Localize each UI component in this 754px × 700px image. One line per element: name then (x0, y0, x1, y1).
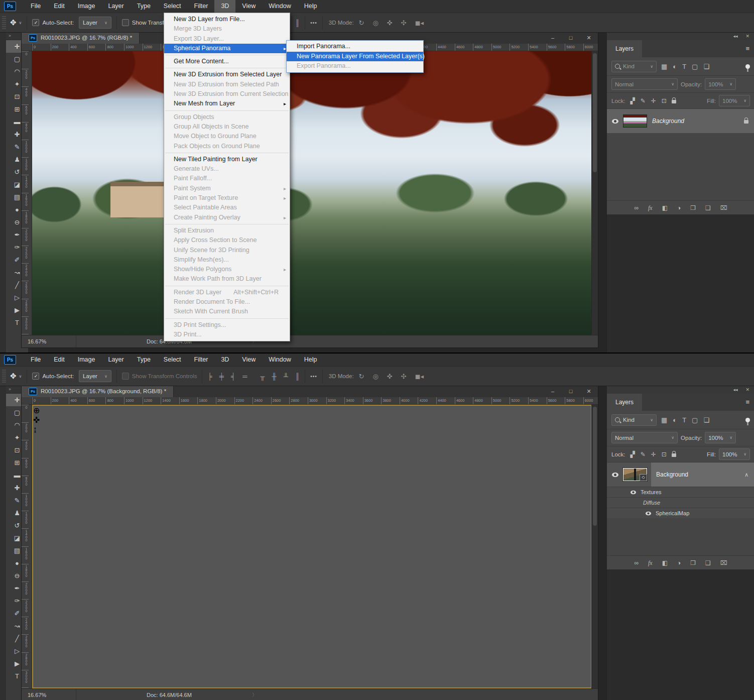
vertical-scrollbar[interactable] (591, 405, 598, 688)
visibility-eye-icon[interactable] (612, 119, 618, 124)
menu-item[interactable]: Window (262, 354, 297, 366)
panel-foot-icon[interactable]: ❑ (705, 204, 711, 211)
lock-option-icon[interactable]: ▞ (631, 451, 635, 458)
lock-option-icon[interactable]: ✛ (651, 97, 656, 104)
menu-option[interactable]: New 3D Extrusion from Selected Layer (164, 70, 290, 79)
3d-mode-icon[interactable]: ✜ (387, 19, 393, 27)
3d-mode-icon[interactable]: ◎ (373, 373, 379, 380)
filter-type-icon[interactable]: ❏ (703, 416, 709, 424)
minimize-button[interactable]: – (544, 32, 562, 44)
filter-type-icon[interactable]: ▦ (661, 416, 667, 424)
filter-toggle[interactable] (745, 418, 750, 422)
align-icon[interactable]: ║ (295, 373, 300, 380)
align-icon[interactable]: ╥ (260, 373, 265, 380)
panel-foot-icon[interactable]: ❑ (705, 559, 711, 566)
filter-type-icon[interactable]: ◐ (673, 416, 677, 424)
panel-foot-icon[interactable]: ⌧ (720, 204, 727, 211)
menu-item[interactable]: Select (157, 0, 188, 13)
filter-type-icon[interactable]: T (682, 63, 686, 70)
panel-foot-icon[interactable]: ◑ (677, 204, 681, 211)
blend-mode-dropdown[interactable]: Normal∨ (611, 78, 678, 90)
menu-item[interactable]: 3D (214, 0, 235, 13)
submenu-option[interactable]: Import Panorama... (287, 42, 423, 52)
lock-option-icon[interactable]: ✎ (641, 451, 646, 458)
menu-item[interactable]: Filter (188, 0, 215, 13)
textures-group-row[interactable]: Textures (607, 487, 754, 497)
3d-mode-icon[interactable]: ◼◂ (415, 373, 424, 380)
menu-item[interactable]: 3D (214, 354, 235, 366)
align-icon[interactable]: ═ (242, 373, 247, 380)
options-grip[interactable] (2, 16, 6, 29)
menu-item[interactable]: Type (131, 0, 157, 13)
menu-item[interactable]: Type (131, 354, 157, 366)
panel-close-icon[interactable]: ✕ (745, 387, 749, 392)
auto-select-mode-dropdown[interactable]: Layer∨ (79, 370, 111, 382)
menu-item[interactable]: Image (71, 354, 102, 366)
menu-item[interactable]: View (235, 0, 262, 13)
current-tool-move-icon[interactable]: ✥∨ (10, 18, 22, 27)
fill-value[interactable]: 100%∨ (719, 95, 750, 106)
close-button[interactable]: ✕ (580, 385, 598, 397)
menu-option[interactable]: New Mesh from Layer (164, 99, 290, 108)
panel-foot-icon[interactable]: ◑ (677, 559, 681, 566)
visibility-eye-icon[interactable] (631, 490, 636, 494)
3d-mode-icon[interactable]: ✜ (387, 373, 393, 380)
lock-option-icon[interactable]: ⊡ (662, 451, 667, 458)
submenu-option-new-panorama-layer[interactable]: New Panorama Layer From Selected Layer(s… (287, 52, 423, 62)
layers-tab[interactable]: Layers (607, 394, 642, 411)
panel-menu-icon[interactable]: ≡ (745, 40, 754, 57)
filter-kind-dropdown[interactable]: Kind∨ (611, 414, 657, 426)
auto-select-mode-dropdown[interactable]: Layer∨ (79, 17, 111, 29)
panel-foot-icon[interactable]: ❒ (690, 204, 696, 211)
panel-foot-icon[interactable]: ❒ (690, 559, 696, 566)
layer-name[interactable]: Background (651, 471, 688, 478)
menu-item[interactable]: Select (157, 354, 188, 366)
zoom-level[interactable]: 16.67% (22, 689, 76, 700)
menu-option[interactable]: New Tiled Painting from Layer (164, 155, 290, 164)
filter-type-icon[interactable]: ◐ (673, 63, 677, 70)
diffuse-row[interactable]: Diffuse (607, 497, 754, 508)
vertical-scrollbar[interactable] (591, 51, 598, 335)
canvas-panorama[interactable] (32, 51, 592, 335)
filter-type-icon[interactable]: ▢ (692, 63, 698, 70)
align-icon[interactable]: ╫ (272, 373, 277, 380)
3d-mode-icon[interactable]: ↻ (359, 373, 364, 380)
lock-option-icon[interactable]: ⊡ (662, 97, 667, 104)
options-grip[interactable] (2, 370, 6, 383)
3d-mode-icon[interactable]: ✣ (401, 19, 407, 27)
filter-kind-dropdown[interactable]: Kind∨ (611, 61, 657, 72)
maximize-button[interactable]: □ (562, 385, 580, 397)
align-icon[interactable]: ╨ (284, 373, 288, 380)
layer-thumbnail[interactable]: ◇ (623, 468, 647, 481)
spherical-map-row[interactable]: SphericalMap (607, 508, 754, 518)
panel-foot-icon[interactable]: ⌧ (720, 559, 727, 566)
fill-value[interactable]: 100%∨ (719, 448, 750, 460)
collapse-caret-icon[interactable]: ∧ (744, 472, 748, 478)
lock-option-icon[interactable]: ▞ (631, 97, 635, 104)
lock-option-icon[interactable]: ✛ (651, 451, 656, 458)
filter-toggle[interactable] (745, 64, 750, 69)
menu-item[interactable]: File (24, 0, 47, 13)
3d-mode-icon[interactable]: ✣ (401, 373, 407, 380)
align-icon[interactable]: ╪ (219, 373, 224, 380)
menu-item[interactable]: Filter (188, 354, 215, 366)
more-options-icon[interactable]: ••• (310, 20, 317, 26)
opacity-value[interactable]: 100%∨ (705, 78, 736, 90)
menu-item[interactable]: Help (298, 0, 324, 13)
panel-foot-icon[interactable]: ∞ (634, 559, 639, 566)
filter-type-icon[interactable]: ▢ (692, 416, 698, 424)
visibility-eye-icon[interactable] (612, 473, 618, 477)
panel-foot-icon[interactable]: fx (648, 204, 653, 212)
3d-nav-icon[interactable]: ✜ (33, 415, 40, 425)
menu-item[interactable]: Layer (101, 354, 130, 366)
document-tab[interactable]: Ps R0010023.JPG @ 16.7% (RGB/8) * (22, 32, 140, 44)
more-options-icon[interactable]: ••• (310, 374, 317, 379)
show-transform-checkbox[interactable] (122, 373, 129, 380)
panel-foot-icon[interactable]: ∞ (634, 204, 639, 211)
3d-nav-icon[interactable]: ↨ (33, 425, 40, 434)
menu-item[interactable]: View (235, 354, 262, 366)
visibility-eye-icon[interactable] (646, 511, 651, 515)
panel-foot-icon[interactable]: ◧ (662, 204, 668, 211)
minimize-button[interactable]: – (544, 385, 562, 397)
3d-mode-icon[interactable]: ↻ (359, 19, 364, 27)
